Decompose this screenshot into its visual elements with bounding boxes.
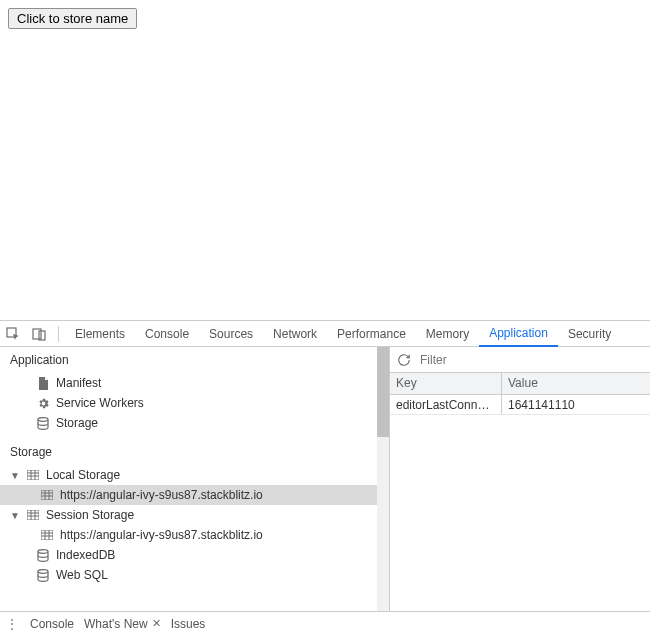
sidebar-item-label: Web SQL <box>56 568 108 582</box>
sidebar-section-application: Application <box>0 347 377 373</box>
devtools-tabbar: Elements Console Sources Network Perform… <box>0 321 650 347</box>
sidebar-item-session-storage[interactable]: ▼ Session Storage <box>0 505 377 525</box>
sidebar-item-web-sql[interactable]: ▾ Web SQL <box>0 565 377 585</box>
storage-table: Key Value editorLastConnec… 1641141110 <box>390 373 650 611</box>
tab-elements[interactable]: Elements <box>65 321 135 347</box>
devtools-panel: Elements Console Sources Network Perform… <box>0 320 650 635</box>
sidebar-item-label: Session Storage <box>46 508 134 522</box>
svg-rect-9 <box>41 490 53 500</box>
sidebar-item-local-storage-origin[interactable]: https://angular-ivy-s9us87.stackblitz.io <box>0 485 377 505</box>
sidebar-item-label: Local Storage <box>46 468 120 482</box>
sidebar-item-indexeddb[interactable]: ▾ IndexedDB <box>0 545 377 565</box>
filter-input[interactable] <box>418 348 650 372</box>
chevron-down-icon[interactable]: ▼ <box>10 510 20 521</box>
sidebar-item-storage[interactable]: ▾ Storage <box>0 413 377 433</box>
tab-performance[interactable]: Performance <box>327 321 416 347</box>
tab-network[interactable]: Network <box>263 321 327 347</box>
devtools-drawer: ⋮ Console What's New ✕ Issues <box>0 611 650 635</box>
svg-point-3 <box>38 417 48 421</box>
table-cell-key[interactable]: editorLastConnec… <box>390 395 502 414</box>
table-icon <box>40 528 54 542</box>
svg-rect-19 <box>41 530 53 540</box>
tab-console[interactable]: Console <box>135 321 199 347</box>
drawer-tab-whats-new[interactable]: What's New ✕ <box>84 617 161 631</box>
table-header-key[interactable]: Key <box>390 373 502 394</box>
table-row[interactable]: editorLastConnec… 1641141110 <box>390 395 650 415</box>
svg-rect-4 <box>27 470 39 480</box>
svg-rect-14 <box>27 510 39 520</box>
chevron-down-icon[interactable]: ▼ <box>10 470 20 481</box>
tab-security[interactable]: Security <box>558 321 621 347</box>
table-icon <box>26 468 40 482</box>
sidebar-item-label: https://angular-ivy-s9us87.stackblitz.io <box>60 528 263 542</box>
inspect-element-icon[interactable] <box>0 321 26 347</box>
drawer-tab-issues[interactable]: Issues <box>171 617 206 631</box>
application-sidebar: Application ▾ Manifest ▾ Ser <box>0 347 390 611</box>
sidebar-item-label: https://angular-ivy-s9us87.stackblitz.io <box>60 488 263 502</box>
table-icon <box>40 488 54 502</box>
store-name-button[interactable]: Click to store name <box>8 8 137 29</box>
table-cell-value[interactable]: 1641141110 <box>502 395 650 414</box>
devtools-panes: Application ▾ Manifest ▾ Ser <box>0 347 650 611</box>
drawer-tab-label: What's New <box>84 617 148 631</box>
tab-application[interactable]: Application <box>479 321 558 347</box>
sidebar-section-storage: Storage <box>0 439 377 465</box>
tab-memory[interactable]: Memory <box>416 321 479 347</box>
storage-content: Key Value editorLastConnec… 1641141110 <box>390 347 650 611</box>
svg-point-24 <box>38 549 48 553</box>
table-header-value[interactable]: Value <box>502 373 650 394</box>
page-viewport: Click to store name <box>0 0 650 320</box>
sidebar-item-local-storage[interactable]: ▼ Local Storage <box>0 465 377 485</box>
device-toolbar-icon[interactable] <box>26 321 52 347</box>
sidebar-item-label: Storage <box>56 416 98 430</box>
sidebar-item-session-storage-origin[interactable]: https://angular-ivy-s9us87.stackblitz.io <box>0 525 377 545</box>
gear-icon <box>36 396 50 410</box>
close-icon[interactable]: ✕ <box>152 617 161 630</box>
sidebar-item-label: Manifest <box>56 376 101 390</box>
database-icon <box>36 416 50 430</box>
tab-sources[interactable]: Sources <box>199 321 263 347</box>
sidebar-item-service-workers[interactable]: ▾ Service Workers <box>0 393 377 413</box>
table-icon <box>26 508 40 522</box>
sidebar-item-label: IndexedDB <box>56 548 115 562</box>
storage-toolbar <box>390 347 650 373</box>
refresh-icon[interactable] <box>390 347 418 373</box>
kebab-menu-icon[interactable]: ⋮ <box>4 617 20 631</box>
sidebar-item-manifest[interactable]: ▾ Manifest <box>0 373 377 393</box>
svg-point-25 <box>38 569 48 573</box>
database-icon <box>36 568 50 582</box>
storage-table-header: Key Value <box>390 373 650 395</box>
drawer-tab-console[interactable]: Console <box>30 617 74 631</box>
tabbar-separator <box>58 326 59 342</box>
database-icon <box>36 548 50 562</box>
document-icon <box>36 376 50 390</box>
sidebar-item-label: Service Workers <box>56 396 144 410</box>
storage-table-body: editorLastConnec… 1641141110 <box>390 395 650 611</box>
sidebar-scrollbar-thumb[interactable] <box>377 347 389 437</box>
